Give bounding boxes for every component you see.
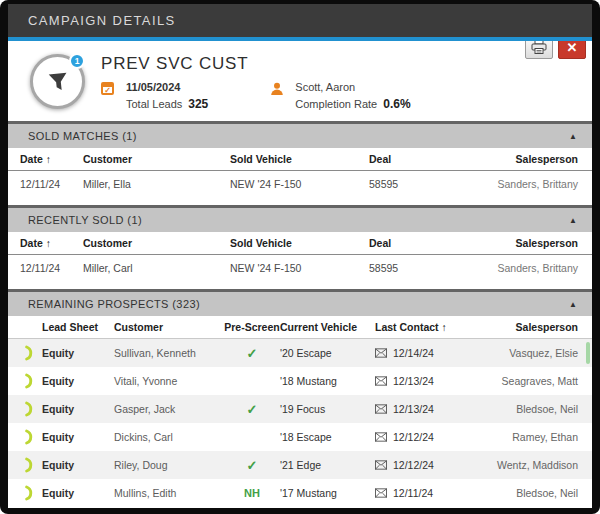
col-customer[interactable]: Customer <box>83 153 230 165</box>
col-lead-sheet[interactable]: Lead Sheet <box>42 321 114 333</box>
cell-date: 12/11/24 <box>20 262 83 274</box>
total-leads-label: Total Leads <box>126 98 182 110</box>
col-sold-vehicle[interactable]: Sold Vehicle <box>230 153 369 165</box>
pre-screen-check-icon: ✓ <box>247 346 258 361</box>
col-salesperson[interactable]: Salesperson <box>479 153 578 165</box>
campaign-details-window: CAMPAIGN DETAILS ✕ 1 <box>0 0 600 514</box>
cell-customer: Gasper, Jack <box>114 403 224 415</box>
cell-customer: Riley, Doug <box>114 459 224 471</box>
col-current-vehicle[interactable]: Current Vehicle <box>280 321 375 333</box>
pre-screen-check-icon: ✓ <box>247 458 258 473</box>
cell-customer: Dickins, Carl <box>114 431 224 443</box>
prospect-row[interactable]: Equity Dickins, Carl '18 Escape 12/12/24… <box>8 423 592 451</box>
badge-count: 1 <box>69 53 85 69</box>
cell-lead-sheet: Equity <box>42 347 114 359</box>
col-customer[interactable]: Customer <box>83 237 230 249</box>
envelope-icon <box>375 460 387 470</box>
cell-salesperson: Sanders, Brittany <box>479 178 578 190</box>
cell-pre-screen: ✓ <box>224 402 280 417</box>
cell-lead-sheet: Equity <box>42 487 114 499</box>
cell-customer: Sullivan, Kenneth <box>114 347 224 359</box>
prospect-row[interactable]: Equity Sullivan, Kenneth ✓ '20 Escape 12… <box>8 339 592 367</box>
table-row[interactable]: 12/11/24 Miller, Ella NEW '24 F-150 5859… <box>8 171 592 197</box>
cell-date: 12/11/24 <box>20 178 83 190</box>
calendar-icon <box>101 82 114 95</box>
cell-deal: 58595 <box>369 178 479 190</box>
envelope-icon <box>375 488 387 498</box>
envelope-icon <box>375 432 387 442</box>
remaining-prospects-header[interactable]: REMAINING PROSPECTS (323) ▲ <box>8 289 592 316</box>
prospect-row[interactable]: Equity Riley, Doug ✓ '21 Edge 12/12/24 W… <box>8 451 592 479</box>
last-contact-date: 12/12/24 <box>393 431 434 443</box>
close-button[interactable]: ✕ <box>558 41 586 59</box>
sold-matches-rows: 12/11/24 Miller, Ella NEW '24 F-150 5859… <box>8 171 592 197</box>
col-deal[interactable]: Deal <box>369 237 479 249</box>
cell-deal: 58595 <box>369 262 479 274</box>
cell-current-vehicle: '20 Escape <box>280 347 375 359</box>
cell-pre-screen: ✓ <box>224 346 280 361</box>
lead-sheet-icon <box>20 373 42 389</box>
col-salesperson[interactable]: Salesperson <box>479 237 578 249</box>
campaign-owner: Scott, Aaron <box>295 81 410 97</box>
print-button[interactable] <box>525 41 553 59</box>
completion-rate-value: 0.6% <box>383 97 410 111</box>
lead-sheet-icon <box>20 429 42 445</box>
col-date[interactable]: Date ↑ <box>20 237 83 249</box>
window-content: ✕ 1 PREV SVC CUST 11/05/2024 Total Leads… <box>8 41 592 508</box>
cell-last-contact: 12/13/24 <box>375 375 475 387</box>
cell-sold-vehicle: NEW '24 F-150 <box>230 178 369 190</box>
cell-last-contact: 12/11/24 <box>375 487 475 499</box>
cell-last-contact: 12/14/24 <box>375 347 475 359</box>
printer-icon <box>531 41 547 54</box>
cell-customer: Vitali, Yvonne <box>114 375 224 387</box>
collapse-icon: ▲ <box>569 132 577 141</box>
prospects-rows: Equity Sullivan, Kenneth ✓ '20 Escape 12… <box>8 339 592 508</box>
col-last-contact[interactable]: Last Contact ↑ <box>375 321 475 333</box>
window-title: CAMPAIGN DETAILS <box>28 13 176 28</box>
remaining-prospects-section: REMAINING PROSPECTS (323) ▲ Lead Sheet C… <box>8 289 592 508</box>
lead-sheet-icon <box>20 401 42 417</box>
prospects-column-headers: Lead Sheet Customer Pre-Screen Current V… <box>8 316 592 339</box>
recently-sold-header[interactable]: RECENTLY SOLD (1) ▲ <box>8 205 592 232</box>
prospect-row[interactable]: Equity Gasper, Jack ✓ '19 Focus 12/13/24… <box>8 395 592 423</box>
envelope-icon <box>375 376 387 386</box>
cell-current-vehicle: '18 Mustang <box>280 375 375 387</box>
completion-rate-label: Completion Rate <box>295 98 377 110</box>
cell-salesperson: Wentz, Maddison <box>475 459 578 471</box>
cell-salesperson: Vasquez, Elsie <box>475 347 578 359</box>
pre-screen-check-icon: ✓ <box>247 402 258 417</box>
cell-salesperson: Bledsoe, Neil <box>475 487 578 499</box>
campaign-name: PREV SVC CUST <box>101 54 592 74</box>
cell-lead-sheet: Equity <box>42 375 114 387</box>
cell-pre-screen: NH <box>224 487 280 499</box>
col-salesperson[interactable]: Salesperson <box>475 321 578 333</box>
sold-matches-header[interactable]: SOLD MATCHES (1) ▲ <box>8 121 592 148</box>
scrollbar-thumb[interactable] <box>586 342 590 364</box>
window-buttons: ✕ <box>525 41 586 59</box>
cell-lead-sheet: Equity <box>42 403 114 415</box>
close-icon: ✕ <box>567 41 578 55</box>
cell-pre-screen: ✓ <box>224 458 280 473</box>
collapse-icon: ▲ <box>569 216 577 225</box>
envelope-icon <box>375 404 387 414</box>
table-row[interactable]: 12/11/24 Miller, Carl NEW '24 F-150 5859… <box>8 255 592 281</box>
last-contact-date: 12/12/24 <box>393 459 434 471</box>
funnel-glyph <box>43 67 73 97</box>
col-sold-vehicle[interactable]: Sold Vehicle <box>230 237 369 249</box>
prospect-row[interactable]: Equity Vitali, Yvonne '18 Mustang 12/13/… <box>8 367 592 395</box>
last-contact-date: 12/14/24 <box>393 347 434 359</box>
cell-last-contact: 12/12/24 <box>375 431 475 443</box>
prospect-row[interactable]: Equity Mullins, Edith NH '17 Mustang 12/… <box>8 479 592 507</box>
window-titlebar: CAMPAIGN DETAILS <box>8 4 592 37</box>
col-date[interactable]: Date ↑ <box>20 153 83 165</box>
col-pre-screen[interactable]: Pre-Screen <box>224 321 280 333</box>
recently-sold-section: RECENTLY SOLD (1) ▲ Date ↑ Customer Sold… <box>8 205 592 281</box>
funnel-icon: 1 <box>30 54 85 109</box>
col-customer[interactable]: Customer <box>114 321 224 333</box>
campaign-date: 11/05/2024 <box>126 81 208 97</box>
lead-sheet-icon <box>20 485 42 501</box>
section-title: RECENTLY SOLD (1) <box>28 214 142 226</box>
envelope-icon <box>375 348 387 358</box>
col-deal[interactable]: Deal <box>369 153 479 165</box>
collapse-icon: ▲ <box>569 300 577 309</box>
